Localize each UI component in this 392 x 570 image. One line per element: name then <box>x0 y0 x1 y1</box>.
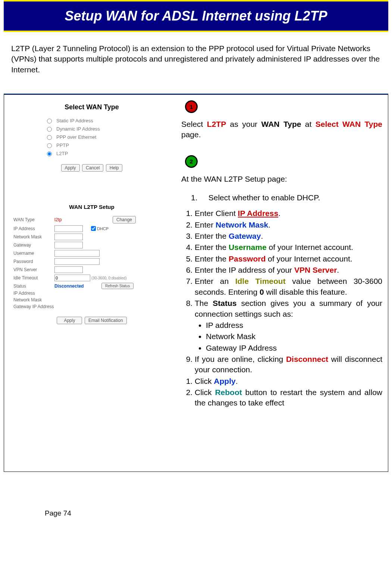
label-vpn-server: VPN Server <box>13 267 54 272</box>
radio-l2tp[interactable]: L2TP <box>30 149 153 157</box>
ip-address-field[interactable] <box>54 225 83 232</box>
select-wan-type-panel: Select WAN Type Static IP Address Dynami… <box>8 100 176 175</box>
instructions-column: 1 Select L2TP as your WAN Type at Select… <box>179 95 388 472</box>
radio-input[interactable] <box>47 135 52 140</box>
list-item: Click Reboot button to restart the syste… <box>195 387 382 408</box>
text: . <box>337 266 339 274</box>
text: Enter the <box>195 254 229 263</box>
title-banner: Setup WAN for ADSL Internet using L2TP <box>4 0 388 32</box>
dhcp-checkbox[interactable] <box>91 226 96 231</box>
step-2-intro: At the WAN L2TP Setup page: <box>181 174 382 184</box>
disconnect-term: Disconnect <box>286 355 328 363</box>
text: Enter an <box>195 277 235 285</box>
vpn-server-field[interactable] <box>54 266 83 273</box>
row-ip-address: IP Address DHCP <box>8 224 176 233</box>
sub-item-mask: Network Mask <box>206 331 382 342</box>
wan-l2tp-setup-panel: WAN L2TP Setup WAN Type l2tp Change IP A… <box>8 190 176 327</box>
label-status: Status <box>13 284 54 289</box>
radio-static-ip[interactable]: Static IP Address <box>30 116 153 125</box>
radio-label: Static IP Address <box>56 118 93 123</box>
radio-dynamic-ip[interactable]: Dynamic IP Address <box>30 125 153 133</box>
list-item: If you are online, clicking Disconnect w… <box>195 354 382 375</box>
label-wan-type: WAN Type <box>13 217 54 222</box>
radio-input[interactable] <box>47 119 52 123</box>
apply-term: Apply <box>214 377 235 385</box>
list-item: The Status section gives you a summary o… <box>195 298 382 353</box>
dhcp-label: DHCP <box>97 226 109 231</box>
username-field[interactable] <box>54 250 100 257</box>
row-username: Username <box>8 249 176 257</box>
status-value: Disconnected <box>54 284 101 289</box>
sub-item-ip: IP address <box>206 320 382 331</box>
row-idle-timeout: Idle Timeout (30-3600, 0:disabled) <box>8 274 176 282</box>
text: Enter <box>195 220 216 229</box>
radio-input[interactable] <box>47 151 52 156</box>
change-button[interactable]: Change <box>113 216 136 223</box>
text: Enter the <box>195 243 229 251</box>
text: Enter the IP address of your <box>195 266 294 274</box>
row-ip-address-2: IP Address <box>8 290 176 297</box>
label-network-mask: Network Mask <box>13 234 54 239</box>
list-item: Click Apply. <box>195 376 382 386</box>
list-item: Enter Network Mask. <box>195 220 382 230</box>
list-item: Enter an Idle Timeout value between 30-3… <box>195 276 382 297</box>
wan-l2tp-setup-title: WAN L2TP Setup <box>8 201 176 215</box>
row-status: Status Disconnected Refresh Status <box>8 282 176 290</box>
text: The <box>195 299 213 307</box>
sub-item-gateway: Gateway IP Address <box>206 343 382 353</box>
row-password: Password <box>8 257 176 266</box>
radio-pppoe[interactable]: PPP over Ethernet <box>30 133 153 141</box>
gateway-field[interactable] <box>54 242 83 248</box>
step-1-text: Select L2TP as your WAN Type at Select W… <box>181 119 384 140</box>
idle-hint: (30-3600, 0:disabled) <box>91 276 127 280</box>
text: Click <box>195 377 214 385</box>
label-gateway-ip: Gateway IP Address <box>13 304 69 309</box>
help-button[interactable]: Help <box>106 164 123 172</box>
apply-button[interactable]: Apply <box>61 164 80 172</box>
text: Enter the <box>195 232 229 240</box>
refresh-status-button[interactable]: Refresh Status <box>101 283 134 289</box>
select-wan-term: Select WAN Type <box>316 120 382 128</box>
value-wan-type: l2tp <box>54 217 112 222</box>
radio-pptp[interactable]: PPTP <box>30 141 153 149</box>
ip-address-term: IP Address <box>238 209 279 217</box>
step-2-text: At the WAN L2TP Setup page: 1. Select wh… <box>181 174 384 408</box>
apply-button-2[interactable]: Apply <box>57 317 82 324</box>
label-network-mask-2: Network Mask <box>13 297 54 303</box>
row-vpn-server: VPN Server <box>8 266 176 274</box>
label-ip-address-2: IP Address <box>13 291 54 296</box>
username-term: Username <box>229 243 267 251</box>
text: If you are online, clicking <box>195 355 286 363</box>
text: of your Internet account. <box>266 254 352 263</box>
reboot-term: Reboot <box>215 388 242 397</box>
label-ip-address: IP Address <box>13 226 54 231</box>
text: Enter Client <box>195 209 238 217</box>
password-term: Password <box>229 254 266 263</box>
list-number: 1. <box>191 193 198 202</box>
idle-timeout-field[interactable] <box>54 275 90 281</box>
radio-label: PPP over Ethernet <box>56 134 96 140</box>
wan-type-term: WAN Type <box>261 120 301 128</box>
network-mask-field[interactable] <box>54 234 83 240</box>
radio-input[interactable] <box>47 127 52 132</box>
email-notification-button[interactable]: Email Notification <box>85 317 127 324</box>
text: Select <box>181 120 207 128</box>
row-gateway-ip: Gateway IP Address <box>8 303 176 310</box>
row-wan-type: WAN Type l2tp Change <box>8 215 176 224</box>
label-idle-timeout: Idle Timeout <box>13 275 54 281</box>
row-network-mask-2: Network Mask <box>8 297 176 303</box>
row-gateway: Gateway <box>8 241 176 249</box>
radio-label: PPTP <box>56 142 69 148</box>
text: as your <box>226 120 261 128</box>
radio-label: L2TP <box>56 151 68 156</box>
label-username: Username <box>13 251 54 256</box>
cancel-button[interactable]: Cancel <box>82 164 103 172</box>
password-field[interactable] <box>54 258 100 265</box>
l2tp-term: L2TP <box>207 120 226 128</box>
text: page. <box>181 130 201 139</box>
text: . <box>236 377 238 385</box>
radio-input[interactable] <box>47 143 52 148</box>
page-title: Setup WAN for ADSL Internet using L2TP <box>11 8 381 24</box>
list-text: Select whether to enable DHCP. <box>208 193 320 202</box>
select-wan-type-title: Select WAN Type <box>30 100 153 116</box>
